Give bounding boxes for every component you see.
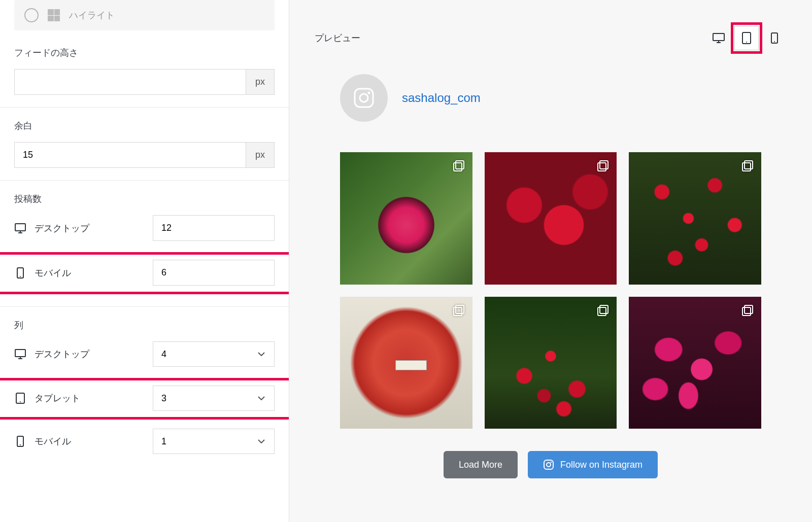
preview-title: プレビュー xyxy=(315,32,360,44)
feed-tile[interactable] xyxy=(485,152,617,285)
svg-point-15 xyxy=(368,92,370,94)
svg-rect-13 xyxy=(355,89,373,107)
svg-point-14 xyxy=(360,94,368,102)
svg-point-29 xyxy=(547,463,551,467)
svg-point-10 xyxy=(746,42,747,43)
instagram-icon xyxy=(353,87,375,109)
svg-rect-16 xyxy=(454,163,462,171)
columns-desktop-label: デスクトップ xyxy=(35,348,89,360)
svg-rect-17 xyxy=(456,161,464,169)
svg-rect-19 xyxy=(600,161,608,169)
padding-section: 余白 px xyxy=(0,108,289,181)
instagram-icon xyxy=(543,459,554,470)
svg-rect-18 xyxy=(598,163,606,171)
highlight-box-tablet-toggle xyxy=(731,22,762,54)
grid-icon xyxy=(48,9,60,21)
svg-rect-28 xyxy=(544,460,553,469)
columns-mobile-select[interactable]: 1 xyxy=(153,429,275,454)
radio-icon xyxy=(24,8,39,22)
feed-grid xyxy=(340,152,761,429)
posts-label: 投稿数 xyxy=(0,193,289,205)
svg-rect-25 xyxy=(600,305,608,314)
svg-rect-8 xyxy=(713,33,724,41)
svg-rect-27 xyxy=(745,305,753,314)
preview-panel: プレビュー sashalog_com xyxy=(289,0,812,522)
columns-mobile-label: モバイル xyxy=(35,435,71,447)
preview-mobile-button[interactable] xyxy=(762,26,787,50)
svg-rect-26 xyxy=(742,307,751,316)
feed-actions: Load More Follow on Instagram xyxy=(315,451,787,478)
svg-rect-20 xyxy=(742,163,751,171)
preview-desktop-button[interactable] xyxy=(706,26,731,50)
svg-rect-22 xyxy=(454,307,462,316)
columns-label: 列 xyxy=(0,319,289,331)
feed-tile[interactable] xyxy=(340,152,472,285)
svg-point-30 xyxy=(551,462,552,463)
profile-header: sashalog_com xyxy=(340,74,761,122)
layout-option-highlight[interactable]: ハイライト xyxy=(14,0,275,30)
svg-point-12 xyxy=(774,41,775,42)
posts-desktop-input[interactable] xyxy=(153,215,275,241)
svg-rect-3 xyxy=(15,350,25,357)
svg-rect-21 xyxy=(745,161,753,169)
svg-point-7 xyxy=(20,444,21,445)
svg-point-2 xyxy=(20,276,21,277)
columns-desktop-select[interactable]: 4 xyxy=(153,341,275,367)
posts-mobile-input[interactable] xyxy=(153,260,275,286)
mobile-icon xyxy=(14,267,26,279)
follow-button-label: Follow on Instagram xyxy=(560,460,642,470)
feed-tile[interactable] xyxy=(629,152,761,285)
highlight-box-columns-tablet: タブレット 3 xyxy=(0,378,289,420)
posts-mobile-label: モバイル xyxy=(35,267,71,279)
unit-label: px xyxy=(246,69,275,95)
unit-label: px xyxy=(246,142,275,168)
feed-tile[interactable] xyxy=(485,297,617,429)
feed-tile[interactable] xyxy=(340,297,472,429)
tablet-icon xyxy=(14,392,26,404)
gallery-icon xyxy=(596,159,610,172)
load-more-button[interactable]: Load More xyxy=(444,451,518,478)
gallery-icon xyxy=(741,304,754,317)
settings-sidebar: ハイライト フィードの高さ px 余白 px 投稿数 デスクトップ xyxy=(0,0,289,522)
padding-label: 余白 xyxy=(14,120,275,132)
preview-tablet-button[interactable] xyxy=(734,26,759,50)
follow-button[interactable]: Follow on Instagram xyxy=(528,451,658,478)
svg-rect-24 xyxy=(598,307,606,316)
gallery-icon xyxy=(452,304,465,317)
gallery-icon xyxy=(452,159,465,172)
columns-tablet-select[interactable]: 3 xyxy=(153,386,275,411)
svg-rect-0 xyxy=(15,224,25,231)
device-toggle xyxy=(706,22,787,54)
feed-height-input[interactable] xyxy=(14,69,246,95)
mobile-icon xyxy=(14,435,26,447)
columns-tablet-label: タブレット xyxy=(35,392,80,404)
username-link[interactable]: sashalog_com xyxy=(402,91,481,105)
desktop-icon xyxy=(14,222,26,234)
desktop-icon xyxy=(14,348,26,360)
feed-height-label: フィードの高さ xyxy=(14,47,275,59)
avatar xyxy=(340,74,388,122)
posts-desktop-label: デスクトップ xyxy=(35,222,89,234)
feed-height-section: フィードの高さ px xyxy=(0,34,289,108)
svg-rect-23 xyxy=(456,305,464,314)
highlight-box-posts-mobile: モバイル xyxy=(0,252,289,294)
gallery-icon xyxy=(596,304,610,317)
gallery-icon xyxy=(741,159,754,172)
feed-tile[interactable] xyxy=(629,297,761,429)
layout-option-label: ハイライト xyxy=(69,9,115,21)
padding-input[interactable] xyxy=(14,142,246,168)
svg-point-5 xyxy=(20,401,21,402)
posts-section: 投稿数 デスクトップ モバイル xyxy=(0,181,289,307)
columns-section: 列 デスクトップ 4 タブレット 3 xyxy=(0,307,289,477)
